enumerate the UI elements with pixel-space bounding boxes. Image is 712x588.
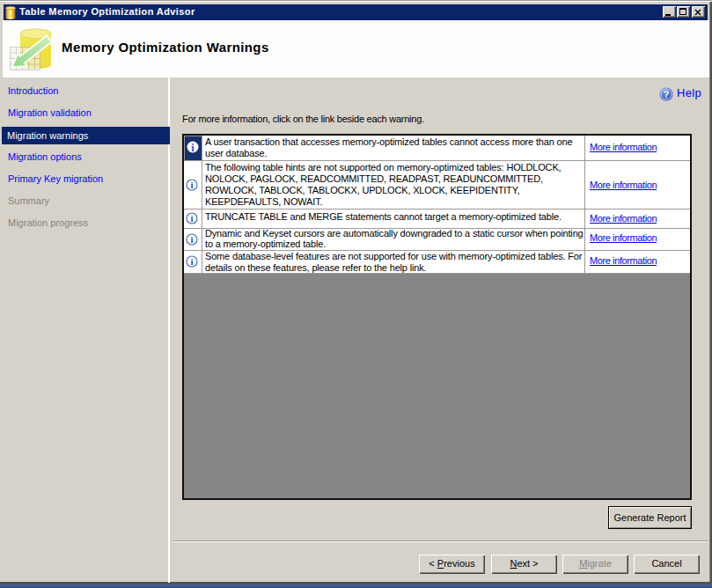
svg-text:?: ? (664, 89, 670, 99)
svg-text:i: i (190, 256, 193, 267)
svg-text:i: i (190, 213, 193, 224)
svg-text:i: i (190, 234, 193, 245)
svg-text:i: i (190, 180, 193, 190)
